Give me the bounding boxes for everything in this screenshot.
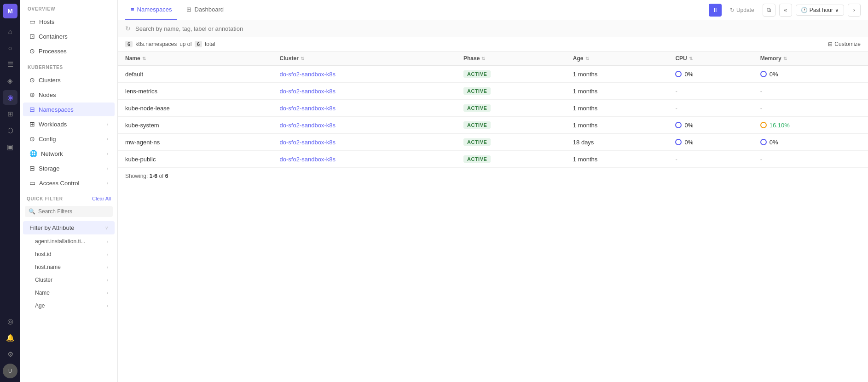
sidebar-item-namespaces[interactable]: ⊟ Namespaces bbox=[23, 103, 115, 116]
update-button[interactable]: ↻ Update bbox=[725, 5, 759, 15]
notification-strip-icon[interactable]: 🔔 bbox=[3, 331, 17, 345]
table-row: kube-publicdo-sfo2-sandbox-k8sACTIVE1 mo… bbox=[118, 151, 868, 168]
overview-section-header: OVERVIEW bbox=[20, 0, 117, 14]
search-filters-container: 🔍 bbox=[25, 206, 113, 217]
collapse-button[interactable]: « bbox=[779, 4, 792, 17]
customize-button[interactable]: ⊟ Customize bbox=[828, 41, 861, 47]
search-filters-icon: 🔍 bbox=[29, 208, 35, 215]
sidebar-item-config[interactable]: ⊙ Config › bbox=[23, 132, 115, 146]
showing-range: 1-6 bbox=[150, 173, 157, 179]
filter-by-attribute-label: Filter by Attribute bbox=[29, 224, 75, 231]
cluster-filter[interactable]: Cluster › bbox=[23, 274, 115, 286]
gear-strip-icon[interactable]: ⚙ bbox=[3, 347, 17, 362]
search-strip-icon[interactable]: ○ bbox=[3, 40, 17, 55]
dashboard-tab-icon: ⊞ bbox=[186, 6, 191, 13]
total-count-badge: 6 bbox=[195, 41, 202, 47]
copy-button[interactable]: ⧉ bbox=[763, 4, 775, 17]
table-row: kube-node-leasedo-sfo2-sandbox-k8sACTIVE… bbox=[118, 100, 868, 117]
cell-cluster-5[interactable]: do-sfo2-sandbox-k8s bbox=[272, 151, 456, 168]
chart-strip-icon[interactable]: ◈ bbox=[3, 74, 17, 88]
phase-badge-5: ACTIVE bbox=[463, 155, 491, 163]
agent-installation-chevron: › bbox=[107, 239, 108, 244]
toolbar-right: ⏸ ↻ Update ⧉ « 🕐 Past hour ∨ › bbox=[709, 4, 861, 17]
mem-ring-4 bbox=[760, 139, 767, 145]
age-filter[interactable]: Age › bbox=[23, 300, 115, 312]
cell-memory-0: 0% bbox=[753, 66, 868, 83]
tab-namespaces[interactable]: ≡ Namespaces bbox=[125, 0, 177, 20]
cell-phase-0: ACTIVE bbox=[456, 66, 566, 83]
cell-memory-4: 0% bbox=[753, 134, 868, 151]
sidebar-item-processes[interactable]: ⊙ Processes bbox=[23, 44, 115, 58]
host-name-filter[interactable]: host.name › bbox=[23, 261, 115, 273]
cell-age-4: 18 days bbox=[566, 134, 668, 151]
network-strip-icon[interactable]: ◉ bbox=[3, 90, 17, 105]
pause-button[interactable]: ⏸ bbox=[709, 4, 722, 17]
host-name-chevron: › bbox=[107, 265, 108, 270]
clear-all-button[interactable]: Clear All bbox=[92, 196, 111, 201]
sidebar-workloads-label: Workloads bbox=[39, 121, 103, 128]
name-filter[interactable]: Name › bbox=[23, 287, 115, 299]
sidebar-item-containers[interactable]: ⊡ Containers bbox=[23, 29, 115, 43]
list-strip-icon[interactable]: ☰ bbox=[3, 57, 17, 72]
tab-namespaces-label: Namespaces bbox=[137, 6, 172, 13]
cell-cluster-0[interactable]: do-sfo2-sandbox-k8s bbox=[272, 66, 456, 83]
storage-icon: ⊟ bbox=[29, 165, 35, 172]
col-name[interactable]: Name ⇅ bbox=[118, 51, 272, 66]
table-row: lens-metricsdo-sfo2-sandbox-k8sACTIVE1 m… bbox=[118, 83, 868, 100]
cell-cluster-4[interactable]: do-sfo2-sandbox-k8s bbox=[272, 134, 456, 151]
sidebar-network-label: Network bbox=[41, 150, 103, 157]
sidebar-hosts-label: Hosts bbox=[39, 18, 108, 25]
avatar-strip-icon[interactable]: U bbox=[3, 364, 17, 378]
phase-sort-icon: ⇅ bbox=[481, 56, 485, 61]
cell-age-0: 1 months bbox=[566, 66, 668, 83]
cell-cpu-4: 0% bbox=[668, 134, 752, 151]
cell-name-1: lens-metrics bbox=[118, 83, 272, 100]
monitor-strip-icon[interactable]: ▣ bbox=[3, 140, 17, 154]
namespaces-table: Name ⇅ Cluster ⇅ Phase ⇅ bbox=[118, 51, 868, 168]
host-id-filter[interactable]: host.id › bbox=[23, 248, 115, 260]
headphone-strip-icon[interactable]: ◎ bbox=[3, 314, 17, 329]
col-age[interactable]: Age ⇅ bbox=[566, 51, 668, 66]
table-row: kube-systemdo-sfo2-sandbox-k8sACTIVE1 mo… bbox=[118, 117, 868, 134]
sidebar-item-hosts[interactable]: ▭ Hosts bbox=[23, 15, 115, 29]
sidebar-item-access-control[interactable]: ▭ Access Control › bbox=[23, 176, 115, 190]
network-chevron: › bbox=[107, 151, 108, 156]
expand-button[interactable]: › bbox=[848, 4, 861, 17]
col-memory[interactable]: Memory ⇅ bbox=[753, 51, 868, 66]
host-id-label: host.id bbox=[35, 251, 51, 257]
cell-name-4: mw-agent-ns bbox=[118, 134, 272, 151]
search-filters-input[interactable] bbox=[38, 208, 109, 215]
app-logo[interactable]: M bbox=[3, 4, 17, 18]
time-selector[interactable]: 🕐 Past hour ∨ bbox=[796, 5, 844, 16]
cell-cluster-1[interactable]: do-sfo2-sandbox-k8s bbox=[272, 83, 456, 100]
sidebar-item-workloads[interactable]: ⊞ Workloads › bbox=[23, 117, 115, 131]
col-cpu[interactable]: CPU ⇅ bbox=[668, 51, 752, 66]
sidebar-item-network[interactable]: 🌐 Network › bbox=[23, 147, 115, 160]
cluster-chevron: › bbox=[107, 278, 108, 283]
sidebar-storage-label: Storage bbox=[39, 165, 103, 172]
sidebar-item-storage[interactable]: ⊟ Storage › bbox=[23, 161, 115, 175]
cell-cluster-2[interactable]: do-sfo2-sandbox-k8s bbox=[272, 100, 456, 117]
tab-dashboard[interactable]: ⊞ Dashboard bbox=[181, 0, 229, 20]
cell-cluster-3[interactable]: do-sfo2-sandbox-k8s bbox=[272, 117, 456, 134]
config-chevron: › bbox=[107, 137, 108, 142]
col-phase[interactable]: Phase ⇅ bbox=[456, 51, 566, 66]
quick-filter-header: QUICK FILTER Clear All bbox=[20, 190, 117, 204]
group-strip-icon[interactable]: ⊞ bbox=[3, 107, 17, 121]
cpu-value-3: 0% bbox=[684, 122, 693, 129]
cell-cpu-2: - bbox=[668, 100, 752, 117]
search-input[interactable] bbox=[135, 25, 861, 32]
col-cluster[interactable]: Cluster ⇅ bbox=[272, 51, 456, 66]
memory-sort-icon: ⇅ bbox=[783, 56, 787, 61]
agent-installation-filter[interactable]: agent.installation.ti... › bbox=[23, 235, 115, 247]
filter-by-attribute[interactable]: Filter by Attribute ∨ bbox=[23, 221, 115, 234]
mem-value-0: 0% bbox=[770, 71, 778, 78]
home-icon[interactable]: ⌂ bbox=[3, 24, 17, 39]
sidebar-item-nodes[interactable]: ⊕ Nodes bbox=[23, 88, 115, 102]
plugin-strip-icon[interactable]: ⬡ bbox=[3, 123, 17, 138]
sidebar-item-clusters[interactable]: ⊙ Clusters bbox=[23, 73, 115, 87]
cpu-ring-3 bbox=[675, 122, 682, 128]
cell-cpu-0: 0% bbox=[668, 66, 752, 83]
name-filter-chevron: › bbox=[107, 291, 108, 296]
namespaces-tab-icon: ≡ bbox=[131, 6, 134, 13]
